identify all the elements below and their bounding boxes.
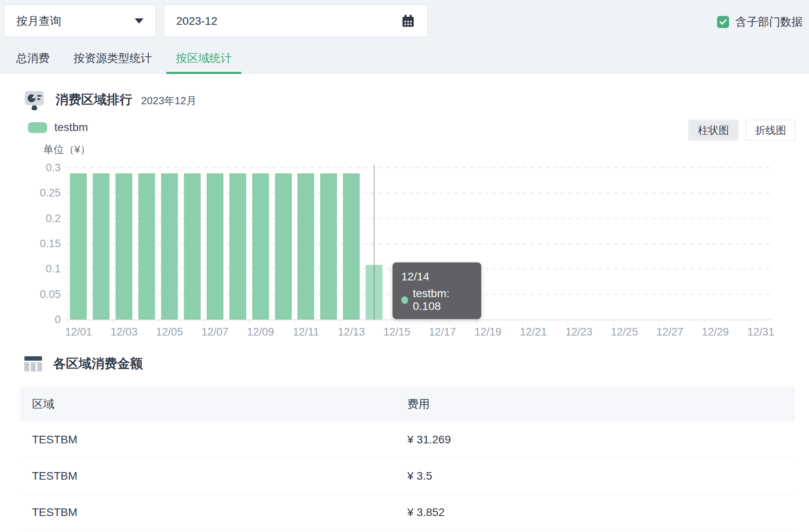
tooltip-series-dot-icon	[401, 296, 408, 304]
check-icon	[719, 18, 727, 26]
include-subdept-checkbox[interactable]	[717, 16, 729, 28]
cell-cost: ¥ 3.852	[407, 506, 795, 519]
bar-12/09[interactable]	[252, 173, 269, 320]
table-header-row: 区域 费用	[20, 387, 795, 422]
bar-12/05[interactable]	[161, 173, 178, 320]
x-tick-label: 12/09	[247, 326, 274, 338]
table-row: TESTBM ¥ 3.5	[20, 458, 795, 494]
bar-12/11[interactable]	[297, 173, 314, 320]
y-tick-label: 0.3	[46, 162, 61, 174]
bar-12/08[interactable]	[229, 173, 246, 320]
table-section-header: 各区域消费金额	[23, 353, 143, 374]
chart-section-header: 消费区域排行 2023年12月	[23, 88, 197, 111]
x-tick-mark	[295, 320, 295, 323]
bar-12/13[interactable]	[343, 173, 360, 320]
x-tick-label: 12/21	[520, 326, 547, 338]
x-axis-line	[67, 320, 772, 320]
x-tick-label: 12/01	[65, 326, 92, 338]
chart-plot: 00.050.10.150.20.250.312/0112/0312/0512/…	[67, 168, 772, 320]
include-subdept-group: 含子部门数据	[717, 14, 803, 30]
x-tick-mark	[249, 320, 249, 323]
x-tick-mark	[749, 320, 750, 323]
y-tick-label: 0	[55, 314, 61, 326]
tooltip-row: testbm: 0.108	[401, 287, 472, 313]
gridline	[67, 167, 772, 168]
table-title: 各区域消费金额	[53, 355, 143, 373]
include-subdept-label: 含子部门数据	[735, 14, 803, 30]
x-tick-mark	[704, 320, 704, 323]
x-tick-label: 12/05	[156, 326, 183, 338]
x-tick-label: 12/07	[201, 326, 229, 338]
tooltip-series-line: testbm: 0.108	[413, 287, 472, 313]
bar-12/06[interactable]	[184, 173, 201, 320]
month-picker[interactable]	[164, 5, 428, 37]
line-chart-button[interactable]: 折线图	[746, 120, 795, 141]
x-tick-mark	[568, 320, 568, 323]
chart-title: 消费区域排行	[56, 91, 132, 109]
cell-region: TESTBM	[20, 433, 407, 446]
table-row: TESTBM ¥ 31.269	[20, 422, 795, 458]
by-region-panel: 消费区域排行 2023年12月 testbm 柱状图 折线图 单位（¥） 00.…	[0, 74, 809, 532]
x-tick-mark	[476, 320, 477, 323]
y-tick-label: 0.25	[40, 187, 61, 199]
chevron-down-icon	[135, 18, 143, 24]
x-tick-mark	[386, 320, 386, 323]
x-tick-label: 12/23	[566, 326, 593, 338]
x-tick-mark	[158, 320, 159, 323]
x-tick-label: 12/11	[293, 326, 319, 338]
x-tick-mark	[613, 320, 614, 323]
tab-by-region[interactable]: 按区域统计	[166, 46, 241, 74]
tooltip: 12/14 testbm: 0.108	[393, 262, 481, 319]
y-tick-label: 0.1	[46, 263, 61, 275]
x-tick-mark	[203, 320, 204, 323]
legend-swatch	[28, 122, 47, 133]
month-input[interactable]	[176, 15, 401, 28]
y-tick-label: 0.05	[40, 288, 61, 300]
tooltip-crosshair	[374, 165, 375, 320]
cell-region: TESTBM	[20, 470, 407, 482]
table-header-region: 区域	[20, 397, 407, 412]
tab-by-resource-type[interactable]: 按资源类型统计	[64, 46, 161, 74]
legend-label: testbm	[54, 121, 88, 134]
x-tick-label: 12/03	[110, 326, 137, 338]
bar-12/01[interactable]	[70, 173, 87, 320]
cell-cost: ¥ 3.5	[407, 470, 795, 482]
x-tick-label: 12/13	[338, 326, 365, 338]
x-tick-label: 12/31	[747, 326, 775, 338]
cell-cost: ¥ 31.269	[407, 433, 795, 446]
y-axis-unit-label: 单位（¥）	[43, 143, 90, 157]
bar-12/10[interactable]	[275, 173, 292, 320]
x-tick-label: 12/27	[656, 326, 683, 338]
x-tick-label: 12/15	[383, 326, 410, 338]
query-mode-value: 按月查询	[16, 14, 135, 29]
bar-12/04[interactable]	[138, 173, 155, 320]
x-tick-mark	[113, 320, 113, 323]
bar-chart-button[interactable]: 柱状图	[688, 120, 739, 141]
region-cost-table: 区域 费用 TESTBM ¥ 31.269 TESTBM ¥ 3.5 TESTB…	[20, 387, 795, 531]
stats-tabs: 总消费 按资源类型统计 按区域统计	[6, 46, 246, 74]
x-tick-label: 12/17	[429, 326, 456, 338]
legend-item-testbm[interactable]: testbm	[28, 121, 88, 134]
x-tick-label: 12/19	[474, 326, 502, 338]
x-tick-mark	[522, 320, 522, 323]
x-tick-mark	[431, 320, 431, 323]
x-tick-label: 12/25	[611, 326, 638, 338]
chart-subtitle: 2023年12月	[141, 92, 197, 108]
query-mode-select[interactable]: 按月查询	[4, 5, 156, 37]
bar-12/03[interactable]	[116, 173, 132, 320]
y-tick-label: 0.15	[40, 238, 61, 250]
bar-12/02[interactable]	[93, 173, 110, 320]
table-icon	[23, 353, 44, 374]
x-tick-label: 12/29	[702, 326, 729, 338]
tab-total-consumption[interactable]: 总消费	[6, 46, 59, 74]
cell-region: TESTBM	[20, 506, 407, 519]
calendar-icon[interactable]	[401, 14, 415, 28]
billing-dashboard: 按月查询 含子部门数据 总消费 按资源类型统计 按区	[0, 0, 809, 532]
bar-12/12[interactable]	[320, 173, 337, 320]
table-header-cost: 费用	[407, 397, 795, 412]
x-tick-mark	[658, 320, 659, 323]
chart-presentation-icon	[23, 88, 46, 111]
bar-12/07[interactable]	[207, 173, 223, 320]
table-row: TESTBM ¥ 3.852	[20, 494, 795, 531]
y-tick-label: 0.2	[46, 212, 61, 224]
